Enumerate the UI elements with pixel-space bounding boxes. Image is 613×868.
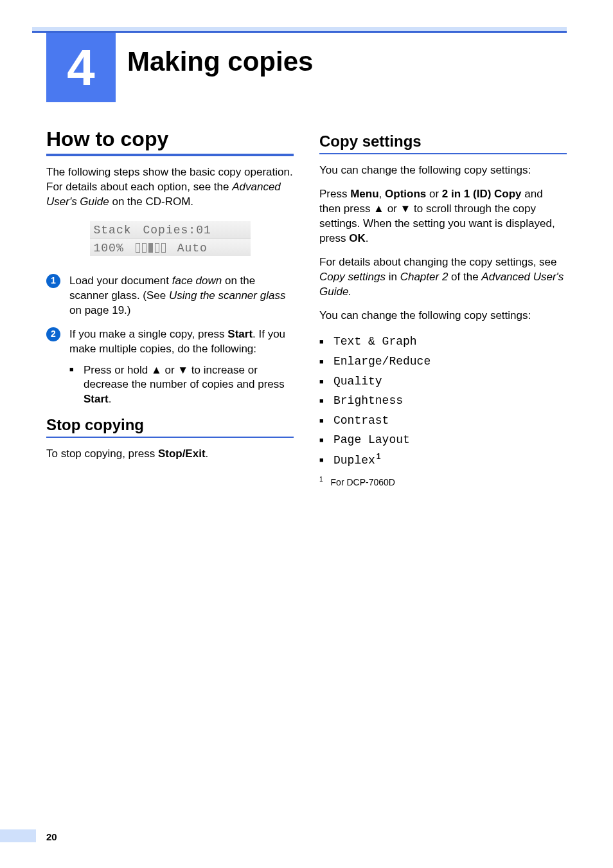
text-italic: Copy settings: [319, 271, 386, 283]
step-1: 1 Load your document face down on the sc…: [46, 274, 294, 318]
page-number-bar: [0, 829, 36, 842]
chapter-title: Making copies: [127, 46, 313, 77]
settings-list: ■Text & Graph ■Enlarge/Reduce ■Quality ■…: [319, 332, 567, 470]
text: .: [366, 232, 369, 244]
text: .: [109, 393, 112, 405]
section-rule: [46, 154, 294, 156]
footnote-text: For DCP-7060D: [331, 476, 395, 487]
right-column: Copy settings You can change the followi…: [319, 122, 567, 829]
text: Load your document: [69, 275, 172, 287]
setting-label: Duplex: [333, 454, 375, 467]
footnote: 1For DCP-7060D: [319, 476, 567, 487]
setting-item: ■Page Layout: [319, 430, 567, 450]
lcd-bars-icon: [136, 243, 166, 253]
step-2: 2 If you make a single copy, press Start…: [46, 327, 294, 408]
content-columns: How to copy The following steps show the…: [46, 122, 567, 829]
step-badge-1: 1: [46, 274, 60, 288]
lcd-text: Stack: [94, 224, 132, 237]
left-column: How to copy The following steps show the…: [46, 122, 294, 829]
step-badge-2: 2: [46, 327, 60, 341]
footnote-number: 1: [319, 476, 323, 483]
sub-item: Press or hold ▲ or ▼ to increase or decr…: [69, 363, 294, 408]
text-bold: Menu: [350, 188, 378, 200]
text-bold: Start: [84, 393, 109, 405]
copy-settings-p4: You can change the following copy settin…: [319, 309, 567, 323]
text-bold: Start: [227, 328, 253, 340]
text-bold: 2 in 1 (ID) Copy: [442, 188, 522, 200]
steps-list: 1 Load your document face down on the sc…: [46, 274, 294, 408]
page-number: 20: [46, 831, 57, 842]
text: in: [386, 271, 400, 283]
lcd-text: 100%: [94, 242, 124, 255]
text-bold: Stop/Exit: [158, 448, 206, 460]
step-2-sublist: Press or hold ▲ or ▼ to increase or decr…: [69, 363, 294, 408]
setting-item: ■Brightness: [319, 391, 567, 411]
lcd-row-1: Stack Copies:01: [90, 221, 251, 239]
setting-label: Brightness: [333, 394, 403, 407]
text-bold: OK: [349, 232, 366, 244]
setting-item: ■Enlarge/Reduce: [319, 352, 567, 372]
text: For details about changing the copy sett…: [319, 256, 557, 268]
footnote-ref: 1: [377, 452, 381, 461]
lcd-row-2: 100% Auto: [90, 239, 251, 256]
copy-settings-p2: Press Menu, Options or 2 in 1 (ID) Copy …: [319, 187, 567, 246]
setting-item: ■Contrast: [319, 411, 567, 431]
setting-label: Quality: [333, 375, 382, 388]
stop-paragraph: To stop copying, press Stop/Exit.: [46, 447, 294, 462]
lcd-text: Copies:01: [143, 224, 211, 237]
page: 4 Making copies How to copy The followin…: [0, 0, 613, 868]
text: of the: [448, 271, 481, 283]
text: on page 19.): [69, 304, 130, 316]
copy-settings-p3: For details about changing the copy sett…: [319, 255, 567, 300]
text-italic: face down: [172, 275, 222, 287]
chapter-number: 4: [67, 42, 94, 93]
setting-item: ■Text & Graph: [319, 332, 567, 352]
text: .: [206, 448, 209, 460]
text: If you make a single copy, press: [69, 328, 227, 340]
subsection-rule: [46, 437, 294, 438]
setting-label: Text & Graph: [333, 335, 417, 348]
chapter-number-box: 4: [46, 33, 116, 102]
text-bold: Options: [385, 188, 426, 200]
subsection-copy-settings: Copy settings: [319, 132, 567, 150]
text: ,: [379, 188, 385, 200]
text-italic: Chapter 2: [400, 271, 449, 283]
text: or: [426, 188, 442, 200]
link-text: Using the scanner glass: [169, 289, 285, 302]
setting-item: ■Duplex1: [319, 450, 567, 471]
text: on the CD-ROM.: [109, 195, 193, 208]
copy-settings-p1: You can change the following copy settin…: [319, 163, 567, 178]
text: To stop copying, press: [46, 448, 158, 460]
lcd-display: Stack Copies:01 100% Auto: [90, 221, 251, 256]
intro-paragraph: The following steps show the basic copy …: [46, 165, 294, 210]
section-how-to-copy: How to copy: [46, 127, 294, 151]
text: Press or hold ▲ or ▼ to increase or decr…: [84, 364, 285, 391]
setting-label: Enlarge/Reduce: [333, 355, 431, 368]
setting-label: Contrast: [333, 414, 389, 427]
subsection-rule: [319, 153, 567, 154]
text: Press: [319, 188, 350, 200]
lcd-text: Auto: [177, 242, 208, 255]
setting-item: ■Quality: [319, 372, 567, 392]
subsection-stop-copying: Stop copying: [46, 416, 294, 434]
setting-label: Page Layout: [333, 433, 410, 446]
